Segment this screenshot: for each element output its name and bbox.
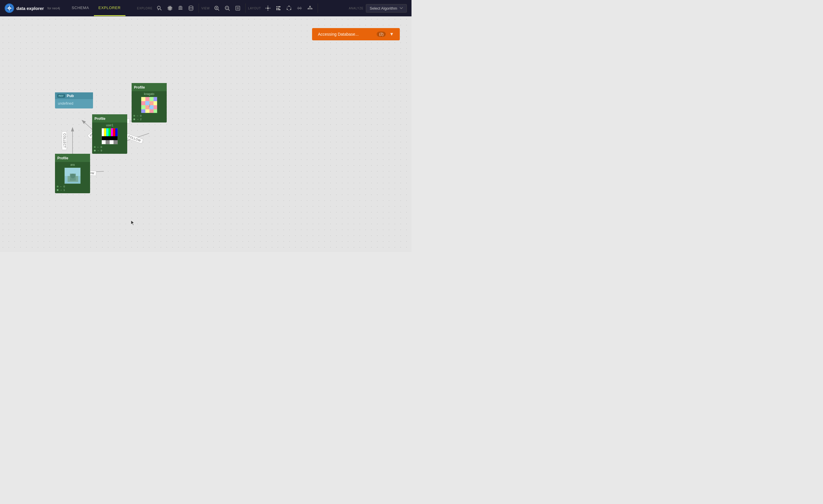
node-profile-ara[interactable]: Profile ara ← 0 [55,154,90,193]
layout-force-btn[interactable] [263,4,273,13]
view-label: VIEW [201,7,210,10]
zoom-out-btn[interactable] [222,4,232,13]
graph-canvas[interactable]: · · · · · · · · · · · · · · · · · · · · … [0,16,412,252]
layout-circle-btn[interactable] [284,4,294,13]
node-pub[interactable]: REF Pub undefined [55,92,93,108]
node-user1-body: user1 [92,122,127,154]
svg-line-23 [218,9,219,11]
svg-rect-58 [309,6,311,7]
svg-rect-78 [154,101,157,105]
layout-label: LAYOUT [248,7,261,10]
node-ara-title: Profile [57,156,68,160]
nav-explorer[interactable]: EXPLORER [94,0,126,16]
explore-section: EXPLORE [135,4,199,13]
svg-point-54 [298,7,299,8]
svg-rect-100 [114,140,118,145]
app-subtitle: for neo4j [47,6,60,10]
svg-rect-97 [102,140,106,145]
svg-point-57 [300,9,301,10]
svg-rect-13 [169,6,170,11]
nav-schema[interactable]: SCHEMA [67,0,94,16]
layout-grid-btn[interactable] [273,4,284,13]
explore-add-btn[interactable] [165,4,175,13]
svg-rect-11 [168,7,172,8]
node-ara-header: Profile [55,154,90,162]
svg-rect-16 [178,8,182,8]
svg-rect-84 [145,109,149,113]
svg-point-50 [297,8,298,9]
notification-count: (2) [377,32,386,37]
node-knagato-stats: ← 0 → 2 [133,114,165,121]
svg-rect-10 [158,8,159,10]
svg-point-47 [288,6,290,7]
explore-db-btn[interactable] [186,4,196,13]
analyze-label: ANALYZE [349,7,363,10]
node-ara-avatar [64,168,81,184]
svg-line-64 [310,7,312,8]
svg-rect-41 [276,8,278,9]
svg-point-51 [298,8,300,9]
node-user1-avatar [102,128,118,145]
edge-label-collect: COLLECT [62,131,67,150]
select-algorithm-dropdown[interactable]: Select Algorithm [366,4,407,13]
svg-line-26 [228,9,229,11]
analyze-section: ANALYZE Select Algorithm [349,4,407,13]
svg-rect-82 [154,105,157,109]
svg-line-8 [160,9,161,10]
svg-rect-12 [168,8,172,9]
view-section: VIEW [199,4,246,13]
svg-point-55 [300,7,301,8]
svg-point-56 [298,9,299,10]
svg-rect-60 [309,8,311,9]
node-ara-stat-in: ← 0 [57,185,88,188]
svg-rect-92 [109,129,111,136]
svg-point-31 [267,10,269,11]
node-user1-stats: ← 0 → 9 [94,146,126,152]
svg-rect-44 [278,9,279,10]
svg-point-7 [157,6,160,9]
node-knagato-username: knagato [133,92,165,95]
svg-rect-75 [141,101,145,105]
svg-rect-99 [110,140,114,145]
node-profile-user1[interactable]: Profile user1 [92,114,127,154]
svg-line-62 [308,7,310,8]
svg-rect-59 [308,8,309,9]
app-name: data explorer [16,6,44,11]
svg-rect-45 [279,9,281,10]
svg-point-33 [269,8,271,9]
svg-point-2 [9,8,10,9]
explore-delete-btn[interactable] [175,4,186,13]
svg-point-19 [189,6,193,8]
svg-rect-17 [178,9,182,10]
node-knagato-header: Profile [132,83,167,91]
toolbar: data explorer for neo4j SCHEMA EXPLORER … [0,0,412,16]
svg-rect-42 [278,8,279,9]
svg-rect-96 [102,136,118,140]
svg-marker-106 [131,220,134,225]
node-ara-stats: ← 0 → 1 [57,185,88,192]
node-ara-username: ara [57,163,88,166]
svg-rect-83 [141,109,145,113]
svg-rect-43 [276,9,278,10]
layout-dots-btn[interactable] [294,4,305,13]
node-pub-content: undefined [58,101,73,105]
node-pub-title: Pub [67,93,74,98]
notification-bar[interactable]: Accessing Database... (2) ▼ [312,28,400,40]
node-knagato-title: Profile [134,85,145,89]
node-profile-knagato[interactable]: Profile knagato [132,83,167,122]
svg-point-105 [70,174,75,178]
svg-rect-74 [154,97,157,101]
chevron-down-icon [399,7,403,9]
node-pub-header: REF Pub [55,92,93,99]
svg-rect-72 [145,97,149,101]
node-user1-username: user1 [94,123,126,127]
node-knagato-stat-out: → 2 [133,118,165,121]
explore-search-btn[interactable] [154,4,165,13]
node-user1-title: Profile [95,116,105,121]
notification-chevron-icon: ▼ [389,32,394,37]
fit-btn[interactable] [232,4,243,13]
svg-rect-91 [106,129,109,136]
zoom-in-btn[interactable] [211,4,222,13]
layout-section: LAYOUT [246,4,318,13]
layout-tree-btn[interactable] [305,4,315,13]
